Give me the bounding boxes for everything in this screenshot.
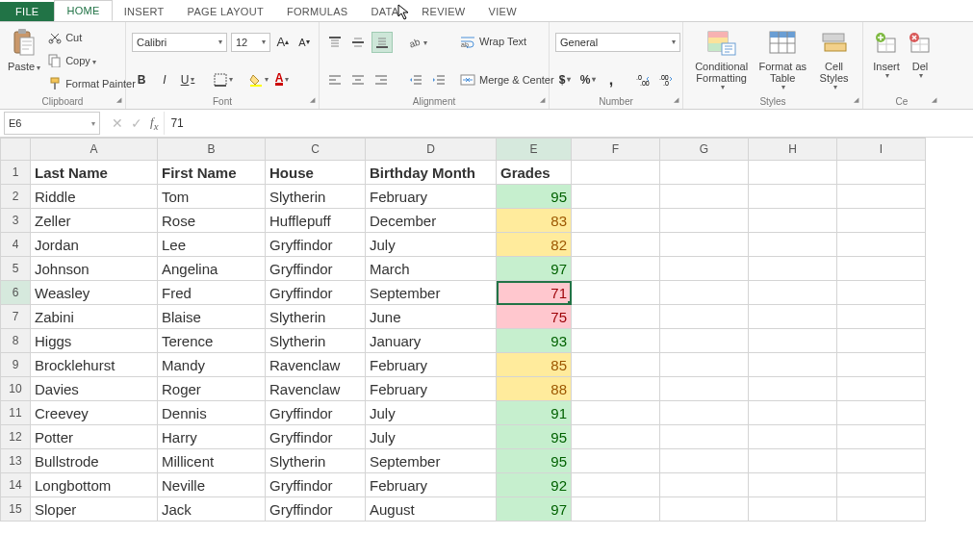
cell[interactable]	[572, 185, 660, 209]
cell[interactable]: Zabini	[31, 305, 158, 329]
font-family-select[interactable]: Calibri▾	[132, 33, 227, 52]
cell[interactable]	[660, 233, 749, 257]
row-header[interactable]: 14	[1, 473, 31, 497]
cell[interactable]	[749, 401, 837, 425]
row-header[interactable]: 4	[1, 233, 31, 257]
comma-format-button[interactable]: ,	[602, 70, 621, 89]
cell[interactable]	[837, 473, 926, 497]
cell[interactable]	[572, 425, 660, 449]
cell[interactable]: July	[366, 233, 497, 257]
cell[interactable]	[837, 329, 926, 353]
cell[interactable]	[660, 209, 749, 233]
cell[interactable]: Tom	[158, 185, 266, 209]
row-header[interactable]: 10	[1, 377, 31, 401]
cell[interactable]	[749, 161, 837, 185]
cell[interactable]	[572, 281, 660, 305]
cell[interactable]	[749, 209, 837, 233]
row-header[interactable]: 5	[1, 257, 31, 281]
cell[interactable]	[837, 449, 926, 473]
decrease-indent-icon[interactable]	[406, 70, 425, 89]
cell[interactable]: Johnson	[31, 257, 158, 281]
row-header[interactable]: 12	[1, 425, 31, 449]
increase-indent-icon[interactable]	[429, 70, 448, 89]
cell[interactable]	[660, 401, 749, 425]
bold-button[interactable]: B	[132, 70, 151, 89]
cell[interactable]: June	[366, 305, 497, 329]
cut-button[interactable]: Cut	[46, 30, 138, 45]
cell[interactable]	[660, 161, 749, 185]
cell[interactable]: August	[366, 497, 497, 522]
cell[interactable]	[572, 257, 660, 281]
cell[interactable]: 82	[497, 233, 572, 257]
cell[interactable]: Roger	[158, 377, 266, 401]
cell[interactable]: Weasley	[31, 281, 158, 305]
cell[interactable]	[837, 425, 926, 449]
insert-cells-button[interactable]: Insert	[869, 26, 904, 95]
cell[interactable]: Dennis	[158, 401, 266, 425]
cell[interactable]	[660, 449, 749, 473]
row-header[interactable]: 1	[1, 161, 31, 185]
cell[interactable]	[749, 449, 837, 473]
cell[interactable]	[837, 305, 926, 329]
cell[interactable]	[837, 281, 926, 305]
cell[interactable]: Higgs	[31, 329, 158, 353]
cell[interactable]: Creevey	[31, 401, 158, 425]
row-header[interactable]: 3	[1, 209, 31, 233]
decrease-decimal-button[interactable]: .00.0	[657, 70, 677, 89]
cell[interactable]: 75	[497, 305, 572, 329]
cell[interactable]	[660, 281, 749, 305]
border-button[interactable]	[214, 70, 233, 89]
cell[interactable]	[749, 329, 837, 353]
cell[interactable]: Harry	[158, 425, 266, 449]
cell[interactable]	[660, 305, 749, 329]
cell[interactable]: Riddle	[31, 185, 158, 209]
align-center-icon[interactable]	[348, 70, 368, 89]
cell[interactable]: Rose	[158, 209, 266, 233]
cell[interactable]	[660, 257, 749, 281]
cell[interactable]: September	[366, 449, 497, 473]
conditional-formatting-button[interactable]: Conditional Formatting	[689, 26, 754, 95]
tab-insert[interactable]: INSERT	[113, 2, 176, 21]
select-all-corner[interactable]	[1, 139, 31, 161]
cell[interactable]	[660, 185, 749, 209]
cell[interactable]: February	[366, 377, 497, 401]
cell[interactable]: Brocklehurst	[31, 353, 158, 377]
cell[interactable]	[837, 401, 926, 425]
cell[interactable]: December	[366, 209, 497, 233]
cell[interactable]	[572, 305, 660, 329]
cell[interactable]: Lee	[158, 233, 266, 257]
cell[interactable]	[837, 185, 926, 209]
cell[interactable]	[572, 161, 660, 185]
cell[interactable]: Slytherin	[266, 449, 366, 473]
cell[interactable]	[572, 473, 660, 497]
cell[interactable]	[660, 497, 749, 522]
copy-button[interactable]: Copy	[46, 53, 138, 68]
row-header[interactable]: 6	[1, 281, 31, 305]
cell[interactable]: Slytherin	[266, 329, 366, 353]
cell[interactable]: Longbottom	[31, 473, 158, 497]
col-header[interactable]: E	[497, 139, 572, 161]
cell[interactable]: 97	[497, 257, 572, 281]
cell[interactable]: Slytherin	[266, 305, 366, 329]
row-header[interactable]: 7	[1, 305, 31, 329]
tab-home[interactable]: HOME	[54, 0, 112, 21]
cell[interactable]	[749, 305, 837, 329]
cell[interactable]: Grades	[497, 161, 572, 185]
tab-page-layout[interactable]: PAGE LAYOUT	[176, 2, 275, 21]
col-header[interactable]: D	[366, 139, 497, 161]
cell[interactable]	[660, 473, 749, 497]
cell[interactable]: Gryffindor	[266, 497, 366, 522]
tab-view[interactable]: VIEW	[477, 2, 528, 21]
cell[interactable]: 91	[497, 401, 572, 425]
row-header[interactable]: 9	[1, 353, 31, 377]
tab-review[interactable]: REVIEW	[410, 2, 476, 21]
row-header[interactable]: 15	[1, 497, 31, 522]
align-top-icon[interactable]	[325, 33, 345, 52]
name-box[interactable]: E6▾	[4, 112, 100, 135]
cell[interactable]: Blaise	[158, 305, 266, 329]
cell[interactable]	[572, 353, 660, 377]
cell[interactable]	[837, 209, 926, 233]
cell[interactable]	[572, 401, 660, 425]
cell[interactable]: February	[366, 353, 497, 377]
cell[interactable]	[572, 209, 660, 233]
